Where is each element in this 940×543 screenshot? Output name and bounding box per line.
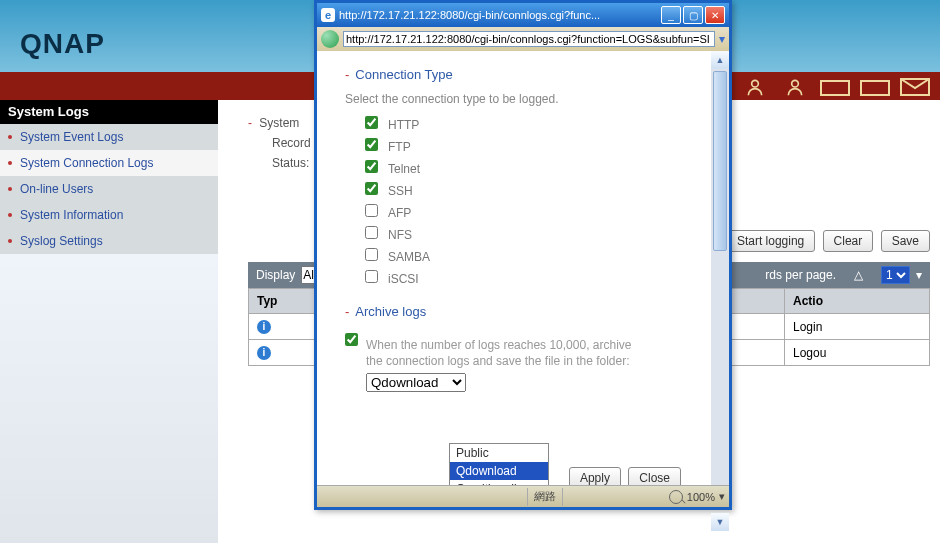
clear-button[interactable]: Clear [823, 230, 874, 252]
globe-icon [321, 30, 339, 48]
conn-type-desc: Select the connection type to be logged. [345, 92, 705, 106]
sidebar-item-syslog-settings[interactable]: Syslog Settings [0, 228, 218, 254]
brand-logo: QNAP [20, 28, 105, 60]
opt-samba[interactable]: SAMBA [365, 248, 705, 264]
sidebar-item-system-information[interactable]: System Information [0, 202, 218, 228]
chevron-down-icon[interactable]: ▾ [916, 268, 922, 282]
opt-iscsi[interactable]: iSCSI [365, 270, 705, 286]
sidebar-item-connection-logs[interactable]: System Connection Logs [0, 150, 218, 176]
sort-icon[interactable]: △ [854, 268, 863, 282]
conn-type-list: HTTP FTP Telnet SSH AFP NFS SAMBA iSCSI [365, 116, 705, 286]
zoom-icon[interactable] [669, 490, 683, 504]
sidebar-nav: System Event Logs System Connection Logs… [0, 124, 218, 254]
minimize-button[interactable]: _ [661, 6, 681, 24]
conn-type-title: Connection Type [355, 67, 452, 82]
page-select[interactable]: 1 [881, 266, 910, 284]
col-action[interactable]: Actio [784, 289, 929, 314]
user-icon[interactable] [740, 77, 770, 97]
display-label: Display [256, 268, 295, 282]
folder-icon[interactable] [860, 77, 890, 97]
ie-icon: e [321, 8, 335, 22]
folder-dropdown-open[interactable]: Public Qdownload Qmultimedia Qrecordings… [449, 443, 549, 485]
popup-window: e http://172.17.21.122:8080/cgi-bin/conn… [314, 0, 732, 510]
save-button[interactable]: Save [881, 230, 930, 252]
folder-select[interactable]: Qdownload [366, 373, 466, 392]
archive-checkbox[interactable] [345, 333, 358, 346]
folder-option[interactable]: Public [450, 444, 548, 462]
popup-statusbar: 網路 100% ▾ [317, 485, 729, 507]
info-icon: i [257, 346, 271, 360]
section-title: System [259, 116, 299, 130]
perpage-label: rds per page. [765, 268, 836, 282]
mail-icon[interactable] [900, 77, 930, 97]
start-logging-button[interactable]: Start logging [726, 230, 815, 252]
opt-http[interactable]: HTTP [365, 116, 705, 132]
user-icon[interactable] [780, 77, 810, 97]
address-bar: http://172.17.21.122:8080/cgi-bin/connlo… [317, 27, 729, 51]
status-text: 網路 [534, 489, 556, 504]
svg-rect-2 [821, 81, 849, 95]
sidebar-item-online-users[interactable]: On-line Users [0, 176, 218, 202]
scroll-thumb[interactable] [713, 71, 727, 251]
info-icon: i [257, 320, 271, 334]
popup-body: -Connection Type Select the connection t… [317, 51, 729, 485]
archive-title: Archive logs [355, 304, 426, 319]
svg-point-1 [792, 80, 799, 87]
close-popup-button[interactable]: Close [628, 467, 681, 485]
sidebar-item-event-logs[interactable]: System Event Logs [0, 124, 218, 150]
opt-telnet[interactable]: Telnet [365, 160, 705, 176]
apply-button[interactable]: Apply [569, 467, 621, 485]
sidebar-header: System Logs [0, 100, 218, 124]
opt-ftp[interactable]: FTP [365, 138, 705, 154]
scroll-down-icon[interactable]: ▼ [711, 513, 729, 531]
opt-afp[interactable]: AFP [365, 204, 705, 220]
close-button[interactable]: ✕ [705, 6, 725, 24]
folder-icon[interactable] [820, 77, 850, 97]
dropdown-icon[interactable]: ▾ [719, 32, 725, 46]
folder-option[interactable]: Qdownload [450, 462, 548, 480]
url-input[interactable]: http://172.17.21.122:8080/cgi-bin/connlo… [343, 31, 715, 47]
popup-scrollbar[interactable]: ▲ ▼ [711, 51, 729, 485]
archive-note: When the number of logs reaches 10,000, … [366, 337, 646, 369]
opt-ssh[interactable]: SSH [365, 182, 705, 198]
popup-titlebar[interactable]: e http://172.17.21.122:8080/cgi-bin/conn… [317, 3, 729, 27]
folder-option[interactable]: Qmultimedia [450, 480, 548, 485]
svg-rect-3 [861, 81, 889, 95]
popup-title: http://172.17.21.122:8080/cgi-bin/connlo… [339, 9, 600, 21]
svg-point-0 [752, 80, 759, 87]
scroll-up-icon[interactable]: ▲ [711, 51, 729, 69]
opt-nfs[interactable]: NFS [365, 226, 705, 242]
maximize-button[interactable]: ▢ [683, 6, 703, 24]
